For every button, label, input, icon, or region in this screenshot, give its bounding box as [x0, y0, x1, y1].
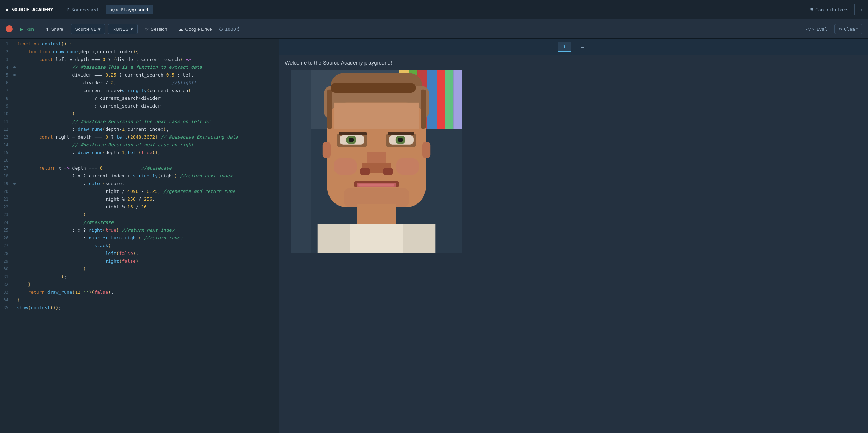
clock-icon: ⏱	[219, 26, 223, 32]
code-line: 21 right % 256 / 256,	[0, 195, 279, 203]
share-label: Share	[51, 26, 64, 32]
contributors-label: Contributors	[815, 7, 849, 12]
toolbar-right: </> Eval ⊘ Clear	[802, 24, 862, 34]
logo-text: SOURCE ACADEMY	[11, 7, 53, 12]
source-select[interactable]: Source §1 ▾	[71, 24, 105, 34]
eval-label: Eval	[816, 26, 827, 32]
nav-bar: ◆ SOURCE ACADEMY ♪ Sourcecast </> Playgr…	[0, 0, 868, 19]
code-area: 1 function contest() { 2 function draw_r…	[0, 39, 279, 313]
toolbar: ▶ Run ⬆ Share Source §1 ▾ RUNES ▾ ⟳ Sess…	[0, 19, 868, 39]
heart-icon: ♥	[810, 7, 813, 12]
code-line: 23 )	[0, 211, 279, 219]
tab-sourcecast[interactable]: ♪ Sourcecast	[61, 5, 104, 14]
eval-button[interactable]: </> Eval	[802, 24, 832, 34]
runes-select[interactable]: RUNES ▾	[108, 24, 138, 34]
code-line: 30 )	[0, 265, 279, 273]
run-icon: ▶	[20, 26, 23, 32]
code-line: 10 )	[0, 110, 279, 118]
code-line: 34 }	[0, 296, 279, 304]
clear-label: Clear	[844, 26, 858, 32]
code-line: 3 const left = depth === 0 ? (divider, c…	[0, 56, 279, 63]
code-line: 19 : color(square,	[0, 180, 279, 188]
output-icon: ⬆	[563, 44, 566, 49]
sourcecast-icon: ♪	[66, 7, 69, 12]
contributors-button[interactable]: ♥ Contributors	[810, 7, 849, 12]
gdrive-button[interactable]: ☁ Google Drive	[174, 24, 216, 34]
editor-panel[interactable]: 1 function contest() { 2 function draw_r…	[0, 39, 279, 433]
run-label: Run	[25, 26, 34, 32]
source-label: Source §1	[75, 26, 96, 32]
clear-icon: ⊘	[839, 26, 842, 32]
clear-button[interactable]: ⊘ Clear	[834, 24, 862, 34]
steps-down-arrow[interactable]: ▼	[237, 29, 239, 32]
right-panel-tabs: ⬆ ↔	[279, 39, 868, 55]
steps-counter: ⏱ 1000 ▲ ▼	[219, 26, 239, 32]
code-line: 12 : draw_rune(depth-1,current_index);	[0, 126, 279, 133]
code-line: 32 }	[0, 281, 279, 288]
code-line: 25 : x ? right(true) //return next index	[0, 226, 279, 234]
logo: ◆ SOURCE ACADEMY	[6, 7, 53, 12]
diamond-icon: ◆	[6, 7, 8, 12]
playground-label: Playground	[121, 7, 148, 12]
face-image	[285, 70, 468, 253]
share-icon: ⬆	[45, 26, 49, 32]
code-line: 1 function contest() {	[0, 40, 279, 48]
nav-tabs: ♪ Sourcecast </> Playground	[61, 5, 153, 14]
code-line: 18 ? x ? current_index + stringify(right…	[0, 172, 279, 180]
session-button[interactable]: ⟳ Session	[140, 24, 171, 34]
code-line: 2 function draw_rune(depth,current_index…	[0, 48, 279, 56]
code-line: 8 ? current_search+divider	[0, 94, 279, 102]
code-line: 26 : quarter_turn_right( //return runes	[0, 234, 279, 242]
code-line: 22 right % 16 / 16	[0, 203, 279, 211]
panel-tab-link[interactable]: ↔	[577, 42, 589, 52]
code-line: 31 );	[0, 273, 279, 281]
code-line: 35 show(contest());	[0, 304, 279, 312]
traffic-light	[6, 25, 13, 32]
image-display	[285, 70, 468, 253]
code-line: 11 // #nextcase Recursion of the next ca…	[0, 118, 279, 126]
steps-value: 1000	[225, 26, 236, 32]
steps-arrows[interactable]: ▲ ▼	[237, 26, 239, 32]
eval-icon: </>	[806, 26, 814, 32]
code-line: 14 // #nextcase Recursion of next case o…	[0, 141, 279, 149]
code-line: 6 divider / 2, //Slightl	[0, 79, 279, 87]
sourcecast-label: Sourcecast	[71, 7, 99, 12]
right-panel-content: Welcome to the Source Academy playground…	[279, 55, 868, 433]
playground-icon: </>	[110, 7, 119, 12]
code-line: 20 right / 4096 - 0.25, //generate and r…	[0, 188, 279, 195]
panel-tab-output[interactable]: ⬆	[558, 42, 571, 52]
code-line: 28 left(false),	[0, 250, 279, 257]
gdrive-icon: ☁	[179, 26, 183, 32]
right-panel: ⬆ ↔ Welcome to the Source Academy playgr…	[279, 39, 868, 433]
share-button[interactable]: ⬆ Share	[41, 24, 68, 34]
main-layout: 1 function contest() { 2 function draw_r…	[0, 39, 868, 433]
link-icon: ↔	[581, 44, 584, 50]
nav-divider	[854, 4, 855, 15]
code-line: 29 right(false)	[0, 257, 279, 265]
code-line: 9 : current_search-divider	[0, 102, 279, 110]
welcome-text: Welcome to the Source Academy playground…	[285, 60, 862, 66]
gdrive-label: Google Drive	[185, 26, 212, 32]
session-icon: ⟳	[145, 26, 149, 32]
steps-up-arrow[interactable]: ▲	[237, 26, 239, 29]
code-line: 7 current_index+stringify(current_search…	[0, 87, 279, 94]
nav-dropdown-arrow[interactable]: ▾	[860, 8, 862, 12]
code-line: 5 divider === 0.25 ? current_search-0.5 …	[0, 71, 279, 79]
code-line: 27 stack(	[0, 242, 279, 250]
code-line: 13 const right = depth === 0 ? left(2048…	[0, 133, 279, 141]
code-line: 4 // #basecase This is a function to ext…	[0, 63, 279, 71]
session-label: Session	[151, 26, 167, 32]
runes-dropdown-icon: ▾	[131, 26, 133, 32]
svg-rect-43	[291, 70, 462, 253]
code-line: 15 : draw_rune(depth-1,left(true));	[0, 149, 279, 157]
source-dropdown-icon: ▾	[98, 26, 101, 32]
tab-playground[interactable]: </> Playground	[106, 5, 153, 14]
code-line: 17 return x => depth === 0 //#basecase	[0, 164, 279, 172]
code-line: 33 return draw_rune(12,'')(false);	[0, 288, 279, 296]
run-button[interactable]: ▶ Run	[16, 24, 38, 34]
code-line: 16	[0, 157, 279, 164]
runes-label: RUNES	[113, 26, 129, 32]
code-line: 24 //#nextcase	[0, 219, 279, 226]
nav-right: ♥ Contributors ▾	[810, 4, 862, 15]
